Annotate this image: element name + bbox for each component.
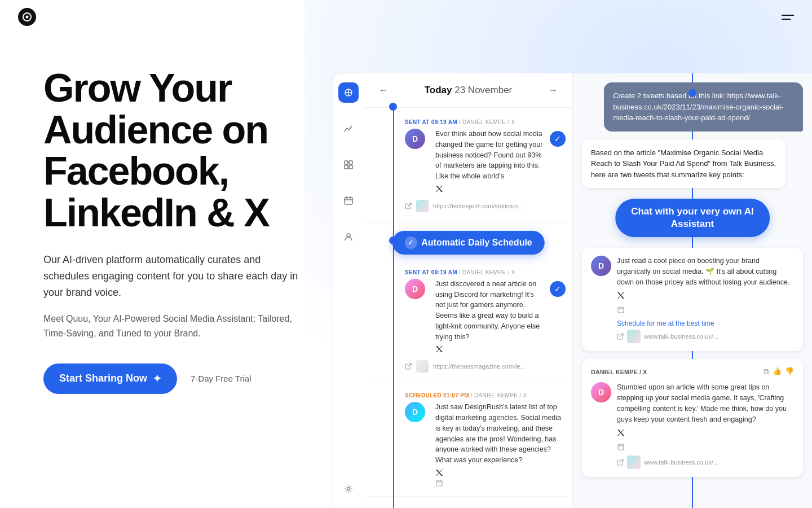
svg-line-25 <box>620 334 623 337</box>
timeline-dot-top <box>389 103 397 111</box>
svg-point-1 <box>26 16 29 19</box>
chat-badge-container: Chat with your very own AI Assistant <box>582 198 803 238</box>
header <box>0 0 812 34</box>
ai-post-avatar-1: D <box>591 256 611 276</box>
start-sharing-button[interactable]: Start Sharing Now ✦ <box>43 364 177 394</box>
ai-post-url-2: www.talk-business.co.uk/... <box>617 456 794 469</box>
ai-post-platform-1 <box>617 292 794 301</box>
hero-subtitle: Our AI-driven platform automatically cur… <box>43 252 303 300</box>
post-link-row-2: https://thebossmagazine.com/le... <box>405 357 566 376</box>
post-avatar-2: D <box>405 279 425 299</box>
schedule-header: ← Today 23 November → <box>364 73 572 108</box>
post-text-3: Just saw DesignRush's latest list of top… <box>435 402 566 466</box>
post-url: https://techreport.com/statistics... <box>433 203 524 209</box>
svg-rect-17 <box>436 480 442 486</box>
post-content-row: D Ever think about how social media chan… <box>405 129 566 193</box>
svg-line-15 <box>408 203 411 207</box>
thumbup-icon[interactable]: 👍 <box>773 367 782 376</box>
auto-badge-check-icon: ✓ <box>404 237 417 249</box>
ai-post-text-2: Stumbled upon an article with some great… <box>617 382 794 424</box>
post-avatar: D <box>405 129 425 149</box>
post-platform-2 <box>435 345 544 353</box>
logo[interactable] <box>18 8 36 26</box>
ai-post-platform-2 <box>617 429 794 439</box>
scheduled-meta: SCHEDULED 01:07 PM / DANIEL KEMPE / X <box>405 392 566 398</box>
post-link-thumb-2 <box>416 360 429 373</box>
ai-post-1: D Just read a cool piece on boosting you… <box>582 248 803 351</box>
post-check-2: ✓ <box>550 281 566 297</box>
schedule-for-me-link[interactable]: Schedule for me at the best time <box>617 319 794 327</box>
post-text-2: Just discovered a neat article on using … <box>435 279 544 343</box>
url-thumb-1 <box>627 330 641 343</box>
ai-post-url-1: www.talk-business.co.uk/... <box>617 330 794 343</box>
post-text: Ever think about how social media change… <box>435 129 544 182</box>
post-link-thumb <box>416 200 429 212</box>
sparkle-icon: ✦ <box>153 373 161 385</box>
chat-with-ai-badge: Chat with your very own AI Assistant <box>615 199 770 237</box>
svg-rect-8 <box>349 165 352 169</box>
ai-panel: Create 2 tweets based on this link: http… <box>573 73 812 508</box>
auto-badge-container: ✓ Automatic Daily Schedule <box>364 226 572 259</box>
ai-post-header-2: DANIEL KEMPE / X ⧉ 👍 👎 <box>591 367 794 376</box>
app-mockup: ← Today 23 November → SENT AT 09:19 AM /… <box>333 73 812 508</box>
user-chat-bubble: Create 2 tweets based on this link: http… <box>604 82 803 132</box>
post-content-row-3: D Just saw DesignRush's latest list of t… <box>405 402 566 489</box>
svg-rect-21 <box>618 307 624 313</box>
post-content-row-2: D Just discovered a neat article on usin… <box>405 279 566 354</box>
post-url-2: https://thebossmagazine.com/le... <box>433 363 526 370</box>
url-thumb-2 <box>627 456 641 469</box>
post-meta-2: SENT AT 09:19 AM / DANIEL KEMPE / X <box>405 269 566 275</box>
post-platform-3 <box>435 469 566 477</box>
schedule-panel: ← Today 23 November → SENT AT 09:19 AM /… <box>364 73 573 508</box>
svg-rect-26 <box>618 444 624 450</box>
ai-post-content-row-2: D Stumbled upon an article with some gre… <box>591 382 794 469</box>
posts-list: SENT AT 09:19 AM / DANIEL KEMPE / X D Ev… <box>364 108 572 508</box>
post-item: SENT AT 09:19 AM / DANIEL KEMPE / X D Ev… <box>364 112 572 223</box>
thumbdown-icon[interactable]: 👎 <box>785 367 794 376</box>
hero-meet-text: Meet Quuu, Your AI-Powered Social Media … <box>43 312 303 340</box>
schedule-header-title: Today 23 November <box>425 85 513 96</box>
sidebar-icon-settings[interactable] <box>338 479 359 499</box>
ai-post-text-1: Just read a cool piece on boosting your … <box>617 256 794 287</box>
svg-point-14 <box>347 488 350 491</box>
trial-label: 7-Day Free Trial <box>191 374 251 383</box>
post-item-3: SCHEDULED 01:07 PM / DANIEL KEMPE / X D … <box>364 386 572 497</box>
ai-post-2: DANIEL KEMPE / X ⧉ 👍 👎 D Stumbled upon a… <box>582 359 803 477</box>
svg-line-16 <box>408 364 411 367</box>
timeline-line <box>393 107 394 508</box>
ai-vdot-top <box>689 89 696 97</box>
post-meta: SENT AT 09:19 AM / DANIEL KEMPE / X <box>405 119 566 125</box>
ai-chat-list: Create 2 tweets based on this link: http… <box>573 73 812 508</box>
cta-row: Start Sharing Now ✦ 7-Day Free Trial <box>43 364 348 394</box>
post-avatar-3: D <box>405 402 425 422</box>
auto-daily-schedule-badge: ✓ Automatic Daily Schedule <box>392 231 545 255</box>
nav-arrow-right[interactable]: → <box>545 82 561 98</box>
svg-rect-6 <box>349 161 352 164</box>
post-item-2: SENT AT 09:19 AM / DANIEL KEMPE / X D Ju… <box>364 262 572 384</box>
hero-title: Grow Your Audience on Facebook, LinkedIn… <box>43 68 348 234</box>
ai-post-content-row-1: D Just read a cool piece on boosting you… <box>591 256 794 343</box>
ai-response-bubble: Based on the article "Maximise Organic S… <box>582 139 785 189</box>
copy-icon[interactable]: ⧉ <box>764 367 769 376</box>
ai-post-meta-2: DANIEL KEMPE / X <box>591 369 647 375</box>
nav-arrow-left[interactable]: ← <box>376 82 391 98</box>
cta-label: Start Sharing Now <box>59 373 147 384</box>
post-link-row: https://techreport.com/statistics... <box>405 196 566 216</box>
hero-section: Grow Your Audience on Facebook, LinkedIn… <box>43 68 348 394</box>
menu-button[interactable] <box>782 15 794 20</box>
post-check: ✓ <box>550 131 566 147</box>
post-platform <box>435 185 544 193</box>
svg-line-30 <box>620 459 623 463</box>
ai-post-actions: ⧉ 👍 👎 <box>764 367 794 376</box>
ai-post-avatar-2: D <box>591 382 611 402</box>
